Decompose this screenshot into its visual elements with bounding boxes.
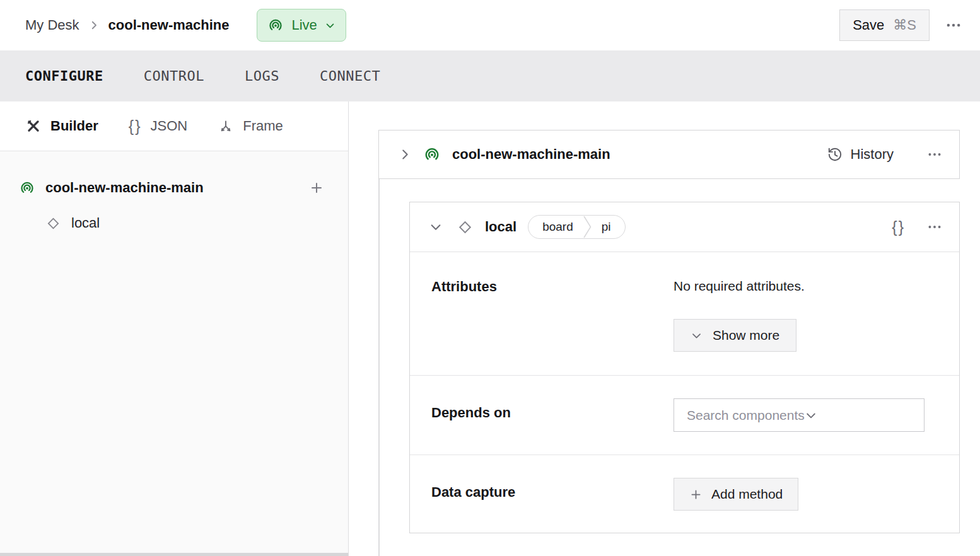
tree-item-machine-part[interactable]: cool-new-machine-main — [0, 170, 348, 206]
data-capture-content: Add method — [674, 478, 798, 533]
breadcrumb-machine-name: cool-new-machine — [108, 17, 230, 33]
component-json-button[interactable]: {} — [892, 218, 905, 236]
mode-tab-json[interactable]: {} JSON — [129, 117, 187, 136]
data-capture-section: Data capture Add method — [410, 455, 959, 533]
depends-on-select[interactable]: Search components — [674, 398, 925, 432]
attributes-label: Attributes — [431, 279, 674, 375]
component-diamond-icon — [457, 219, 474, 236]
depends-on-placeholder: Search components — [687, 408, 805, 423]
breadcrumb-separator-icon — [88, 20, 100, 31]
plus-icon — [689, 488, 703, 501]
component-type-model-badge: board pi — [528, 215, 625, 239]
machine-tree: cool-new-machine-main local — [0, 151, 348, 241]
history-icon — [827, 146, 843, 163]
machine-live-icon — [267, 17, 284, 33]
chevron-down-icon — [325, 20, 335, 31]
ellipsis-icon — [926, 219, 943, 235]
component-name: local — [485, 219, 516, 235]
save-shortcut-hint: ⌘S — [893, 17, 916, 33]
chevron-down-icon — [691, 330, 703, 342]
chevron-down-icon — [429, 220, 443, 234]
configure-content: Builder {} JSON Frame — [0, 101, 980, 556]
expand-part-button[interactable] — [398, 148, 412, 161]
part-card-menu-button[interactable] — [926, 146, 943, 163]
attributes-empty-text: No required attributes. — [674, 279, 805, 294]
mode-tab-label: Builder — [50, 118, 98, 134]
tab-configure[interactable]: CONFIGURE — [25, 68, 103, 84]
component-card-header: local board pi {} — [410, 202, 959, 252]
add-method-label: Add method — [711, 487, 783, 502]
tab-connect[interactable]: CONNECT — [320, 68, 380, 84]
add-component-button[interactable] — [309, 180, 324, 195]
live-status-label: Live — [291, 17, 317, 33]
part-card-title: cool-new-machine-main — [452, 146, 610, 163]
config-builder-main: cool-new-machine-main History — [349, 101, 980, 556]
chevron-right-icon — [398, 148, 412, 161]
mode-tab-builder[interactable]: Builder — [25, 118, 98, 134]
tab-logs[interactable]: LOGS — [245, 68, 279, 84]
sidebar-mode-tabs: Builder {} JSON Frame — [0, 101, 348, 151]
component-header-actions: {} — [892, 218, 943, 236]
depends-on-content: Search components — [674, 398, 925, 455]
save-button[interactable]: Save ⌘S — [839, 9, 930, 41]
tree-connector-line — [378, 179, 380, 556]
braces-icon: {} — [892, 218, 905, 236]
history-label: History — [851, 146, 894, 163]
mode-tab-label: JSON — [151, 118, 188, 134]
add-method-button[interactable]: Add method — [674, 478, 798, 511]
attributes-content: No required attributes. Show more — [674, 279, 805, 375]
tools-icon — [25, 118, 42, 134]
component-menu-button[interactable] — [926, 219, 943, 235]
breadcrumb-location[interactable]: My Desk — [25, 17, 79, 33]
depends-on-section: Depends on Search components — [410, 376, 959, 455]
header-overflow-menu-button[interactable] — [945, 16, 962, 34]
show-more-label: Show more — [713, 328, 779, 343]
mode-tab-label: Frame — [243, 118, 283, 134]
tab-control[interactable]: CONTROL — [144, 68, 204, 84]
ellipsis-icon — [926, 146, 943, 163]
component-card-local: local board pi {} — [409, 202, 960, 533]
machine-part-icon — [423, 146, 441, 163]
depends-on-label: Depends on — [431, 405, 674, 455]
braces-icon: {} — [129, 117, 142, 136]
app-header: My Desk cool-new-machine Live Save ⌘S — [0, 0, 980, 50]
plus-icon — [309, 180, 324, 195]
badge-divider-icon — [583, 216, 592, 238]
sidebar: Builder {} JSON Frame — [0, 101, 349, 556]
chevron-down-icon — [805, 409, 817, 422]
ellipsis-icon — [945, 16, 962, 34]
tree-item-label: cool-new-machine-main — [45, 180, 299, 196]
tree-item-label: local — [71, 215, 100, 231]
tree-item-component-local[interactable]: local — [0, 206, 348, 241]
component-type: board — [528, 220, 583, 234]
machine-part-icon — [19, 180, 35, 196]
history-button[interactable]: History — [827, 146, 894, 163]
data-capture-label: Data capture — [431, 484, 674, 533]
live-status-button[interactable]: Live — [257, 9, 346, 42]
machine-nav-tabs: CONFIGURE CONTROL LOGS CONNECT — [0, 50, 980, 101]
attributes-section: Attributes No required attributes. Show … — [410, 252, 959, 376]
collapse-component-button[interactable] — [429, 220, 443, 234]
mode-tab-frame[interactable]: Frame — [218, 118, 283, 134]
breadcrumb: My Desk cool-new-machine — [25, 17, 229, 33]
machine-part-card: cool-new-machine-main History — [378, 130, 960, 179]
sidebar-horizontal-scrollbar[interactable] — [0, 553, 348, 556]
viam-machine-page: My Desk cool-new-machine Live Save ⌘S — [0, 0, 980, 556]
component-model: pi — [592, 220, 625, 234]
frame-axes-icon — [218, 118, 234, 134]
save-button-label: Save — [853, 17, 884, 33]
component-diamond-icon — [45, 216, 61, 231]
show-more-button[interactable]: Show more — [674, 319, 796, 352]
